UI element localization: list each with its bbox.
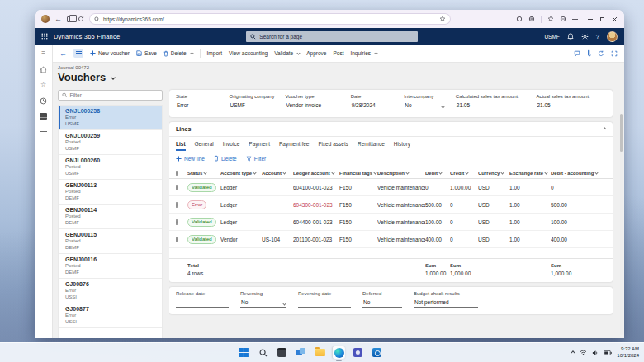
tab-history[interactable]: History: [394, 141, 410, 151]
tab-payment[interactable]: Payment: [249, 141, 270, 151]
reversing-date-field[interactable]: Reversing date: [298, 291, 351, 308]
tab-fixed-assets[interactable]: Fixed assets: [318, 141, 348, 151]
tab-list[interactable]: List: [176, 141, 186, 151]
voucher-list-item[interactable]: GENJ00115 Posted DEMF: [59, 229, 162, 254]
battery-icon[interactable]: [604, 350, 612, 355]
view-accounting-button[interactable]: View accounting: [229, 50, 268, 56]
delete-button[interactable]: Delete: [163, 50, 193, 57]
chevron-down-icon[interactable]: [282, 302, 286, 305]
volume-icon[interactable]: [592, 350, 599, 356]
refresh-icon[interactable]: [598, 50, 604, 57]
deferred-field[interactable]: Deferred No: [362, 291, 402, 308]
action-pane-toggle-icon[interactable]: [73, 49, 83, 58]
voucher-list-item[interactable]: GNJL000259 Posted USMF: [59, 130, 162, 155]
new-line-button[interactable]: New line: [176, 156, 205, 162]
favorites-star-icon[interactable]: ☆: [40, 81, 48, 89]
tab-remittance[interactable]: Remittance: [358, 141, 385, 151]
col-credit[interactable]: Credit: [450, 171, 478, 176]
col-status[interactable]: Status: [187, 171, 220, 176]
start-button[interactable]: [238, 346, 250, 359]
collections-icon[interactable]: [528, 16, 535, 22]
tab-general[interactable]: General: [195, 141, 214, 151]
user-avatar[interactable]: [607, 31, 618, 42]
browser-back-icon[interactable]: ←: [54, 16, 62, 23]
import-button[interactable]: Import: [207, 50, 222, 56]
line-row[interactable]: Validated Ledger 604100-001-023 F150 Veh…: [169, 179, 613, 196]
tray-expand-icon[interactable]: [571, 350, 575, 355]
col-currency[interactable]: Currency: [478, 171, 509, 176]
wifi-icon[interactable]: [580, 350, 587, 355]
recent-clock-icon[interactable]: [40, 96, 48, 105]
page-title[interactable]: Vouchers: [58, 71, 624, 83]
tab-invoice[interactable]: Invoice: [223, 141, 240, 151]
release-date-field[interactable]: Release date: [176, 291, 229, 308]
post-button[interactable]: Post: [333, 50, 343, 56]
minimize-icon[interactable]: [588, 19, 593, 20]
browser-tabs-icon[interactable]: [67, 16, 73, 22]
bookmark-icon[interactable]: [439, 16, 446, 22]
sync-icon[interactable]: [516, 16, 523, 22]
inquiries-button[interactable]: Inquiries: [350, 50, 377, 56]
row-checkbox[interactable]: [176, 219, 178, 225]
more-icon[interactable]: [572, 18, 579, 21]
reversing-field[interactable]: Reversing No: [240, 291, 286, 308]
actual-sales-tax-field[interactable]: Actual sales tax amount 21.05: [536, 94, 606, 110]
voucher-list-item[interactable]: GNJL000260 Posted USMF: [59, 155, 162, 180]
favorites-icon[interactable]: [547, 16, 554, 22]
taskbar-clock[interactable]: 9:32 AM 10/1/2024: [617, 346, 639, 359]
attachments-paperclip-icon[interactable]: [587, 49, 591, 57]
filter-input[interactable]: [69, 92, 159, 98]
maximize-icon[interactable]: [600, 17, 604, 21]
col-exchange-rate[interactable]: Exchange rate: [509, 171, 551, 176]
global-search-input[interactable]: Search for a page: [246, 31, 418, 42]
app-title[interactable]: Dynamics 365 Finance: [54, 33, 120, 40]
chevron-down-icon[interactable]: [441, 105, 444, 108]
save-button[interactable]: Save: [136, 50, 157, 56]
hamburger-menu-icon[interactable]: ≡: [40, 49, 48, 58]
teams-icon[interactable]: [352, 346, 364, 359]
col-account-type[interactable]: Account type: [220, 171, 262, 176]
edge-browser-icon[interactable]: [333, 346, 345, 359]
filter-button[interactable]: Filter: [246, 156, 266, 162]
expand-icon[interactable]: [611, 50, 618, 57]
collapse-chevron-icon[interactable]: [603, 127, 606, 130]
line-row[interactable]: Error Ledger 604300-001-023 F150 Vehicle…: [169, 196, 613, 214]
journal-lines-icon[interactable]: [40, 128, 48, 136]
terminal-app-icon[interactable]: [276, 346, 288, 359]
notifications-bell-icon[interactable]: [567, 33, 574, 40]
voucher-list-item[interactable]: GENJ00114 Posted DEMF: [59, 205, 162, 229]
voucher-list-item[interactable]: GENJ00116 Posted DEMF: [59, 254, 162, 279]
approve-button[interactable]: Approve: [306, 50, 326, 56]
col-account[interactable]: Account: [262, 171, 293, 176]
col-debit-accounting[interactable]: Debit - accounting: [551, 171, 606, 176]
row-checkbox[interactable]: [176, 185, 178, 190]
col-financial-tags[interactable]: Financial tags: [339, 171, 377, 176]
close-icon[interactable]: [612, 16, 618, 22]
waffle-icon[interactable]: [41, 33, 48, 40]
extensions-icon[interactable]: [560, 16, 566, 22]
file-explorer-icon[interactable]: [314, 346, 326, 359]
company-picker[interactable]: USMF: [544, 34, 559, 40]
feedback-icon[interactable]: [574, 50, 580, 57]
col-ledger-account[interactable]: Ledger account: [293, 171, 339, 176]
calculated-sales-tax-field[interactable]: Calculated sales tax amount 21.05: [456, 94, 526, 110]
voucher-filter[interactable]: [58, 90, 163, 101]
originating-company-field[interactable]: Originating company USMF: [229, 94, 274, 110]
voucher-list-item[interactable]: GJ00876 Error USSI: [59, 279, 162, 303]
voucher-list-item[interactable]: GJ00877 Error USSI: [59, 303, 162, 328]
outlook-icon[interactable]: [371, 346, 383, 359]
back-arrow-icon[interactable]: ←: [59, 49, 67, 58]
date-field[interactable]: Date 9/28/2024: [351, 94, 393, 110]
new-voucher-button[interactable]: New voucher: [90, 50, 130, 56]
active-module-icon[interactable]: [40, 112, 48, 120]
vertical-scrollbar[interactable]: [620, 114, 623, 335]
browser-profile-icon[interactable]: [41, 15, 50, 23]
line-row[interactable]: Validated Vendor US-104 201100-001-023 F…: [169, 231, 613, 248]
delete-line-button[interactable]: Delete: [214, 155, 237, 162]
validate-button[interactable]: Validate: [274, 50, 300, 56]
line-row[interactable]: Validated Ledger 604400-001-023 F150 Veh…: [169, 214, 613, 231]
voucher-list-item[interactable]: GENJ00113 Posted DEMF: [59, 180, 162, 205]
col-description[interactable]: Description: [377, 171, 425, 176]
row-checkbox[interactable]: [176, 237, 178, 242]
help-icon[interactable]: ?: [596, 33, 599, 40]
